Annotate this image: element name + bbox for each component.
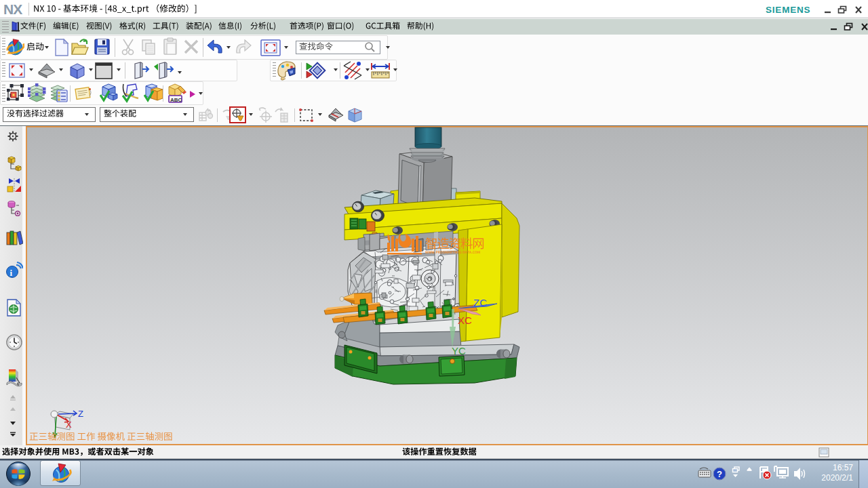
svg-text:i: i xyxy=(10,268,13,278)
svg-text:YC: YC xyxy=(452,345,466,357)
svg-text:Z: Z xyxy=(78,409,83,419)
svg-text:XC: XC xyxy=(458,314,472,326)
svg-text:X: X xyxy=(66,420,72,430)
svg-text:?: ? xyxy=(717,469,722,479)
svg-text:ABC: ABC xyxy=(170,97,182,103)
svg-text:ZC: ZC xyxy=(473,297,487,308)
